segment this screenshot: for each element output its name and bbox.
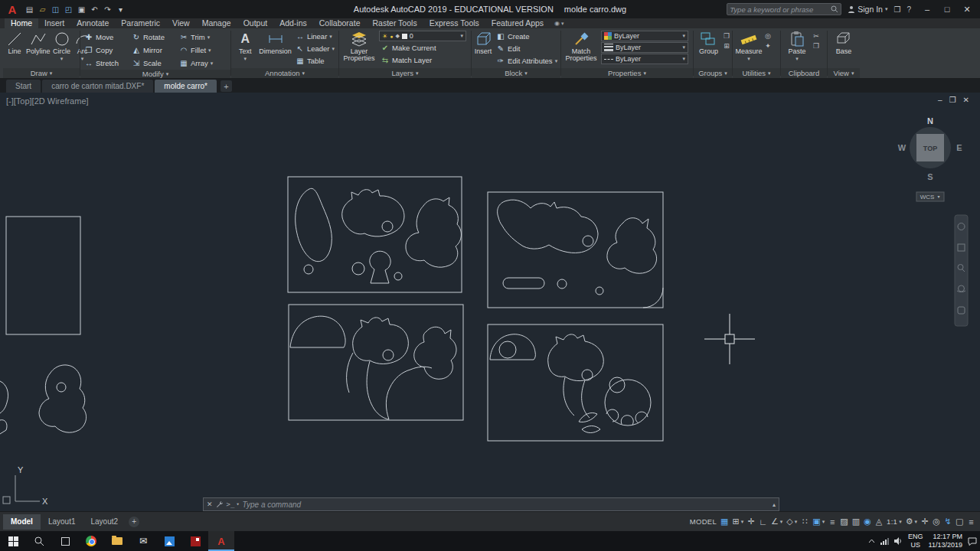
text-button[interactable]: A Text ▾ [234,31,256,62]
rotate-button[interactable]: ↻ Rotate [130,31,178,43]
make-current-button[interactable]: ✔ Make Current [379,42,466,54]
scale-button[interactable]: ⇲ Scale [130,57,178,69]
panel-label-layers[interactable]: Layers ▾ [339,68,471,78]
object-snap-icon[interactable]: ▣ ▾ [811,514,827,530]
dimension-button[interactable]: Dimension [259,31,292,55]
cut-icon[interactable]: ✂ [813,32,819,40]
navigation-bar[interactable] [955,215,968,326]
lineweight-icon[interactable]: ≡ [827,514,838,530]
undo-icon[interactable]: ↶ [89,5,100,14]
annotation-monitor-icon[interactable]: ✛ [920,514,931,530]
view-cube-south[interactable]: S [927,172,933,181]
autodesk-app-store-icon[interactable]: ❐ [893,5,900,14]
taskbar-search-button[interactable] [26,531,52,551]
panel-label-view[interactable]: View ▾ [828,68,860,78]
match-properties-button[interactable]: Match Properties [564,31,599,63]
file-explorer-button[interactable] [104,531,130,551]
isometric-drafting-icon[interactable]: ◇ ▾ [785,514,799,530]
clock[interactable]: 12:17 PM 11/13/2019 [929,533,962,549]
tab-featured-apps[interactable]: Featured Apps [485,18,550,28]
panel-label-utilities[interactable]: Utilities ▾ [733,68,780,78]
isolate-objects-icon[interactable]: ◎ [931,514,942,530]
redo-icon[interactable]: ↷ [102,5,113,14]
table-button[interactable]: ▦ Table [294,55,336,67]
mold-sheet-2[interactable] [488,192,663,308]
tab-annotate[interactable]: Annotate [70,18,115,28]
file-tab-molde-carro[interactable]: molde carro* [155,80,217,93]
viewport-close-icon[interactable]: ✕ [963,96,969,104]
lineweight-select[interactable]: ByLayer ▾ [601,42,688,53]
layer-properties-button[interactable]: Layer Properties [341,31,377,63]
object-snap-tracking-icon[interactable]: ∷ [799,514,811,530]
new-layout-button[interactable]: + [129,517,139,527]
paste-button[interactable]: Paste ▾ [783,31,811,62]
panel-label-block[interactable]: Block ▾ [472,68,560,78]
drawing-geometry[interactable] [0,177,663,441]
leader-button[interactable]: ↖ Leader ▾ [294,43,336,54]
panel-label-groups[interactable]: Groups ▾ [694,68,732,78]
wcs-dropdown[interactable]: WCS ▾ [916,192,944,201]
sign-in-button[interactable]: Sign In ▾ [848,5,887,14]
drawing-canvas[interactable]: Y X TOP N W E S WCS ▾ [0,93,980,511]
selection-cycling-icon[interactable]: ▥ [850,514,861,530]
mold-sheet-3[interactable] [289,305,463,420]
insert-block-button[interactable]: Insert [474,31,492,55]
partial-geometry-left[interactable] [0,217,87,434]
view-cube-west[interactable]: W [898,143,906,152]
panel-label-annotation[interactable]: Annotation ▾ [231,68,338,78]
ungroup-icon[interactable]: ❐ [724,32,730,40]
workspace-switching-icon[interactable]: ⚙ ▾ [903,514,919,530]
task-view-button[interactable] [52,531,78,551]
open-file-icon[interactable]: ▱ [37,5,48,14]
layer-select[interactable]: ☀ ● ◆ 0 ▾ [379,31,466,41]
customization-icon[interactable]: ≡ [965,514,977,530]
new-file-icon[interactable]: ▤ [24,5,35,14]
mold-sheet-4[interactable] [488,324,663,441]
graphics-performance-icon[interactable]: ↯ [942,514,954,530]
viewport-controls[interactable]: [-][Top][2D Wireframe] [6,96,89,106]
customize-icon[interactable] [216,500,224,508]
copy-clip-icon[interactable]: ❐ [813,42,819,50]
linear-button[interactable]: ↔ Linear ▾ [294,31,336,42]
chrome-button[interactable] [78,531,104,551]
transparency-icon[interactable]: ▨ [838,514,850,530]
snap-mode-icon[interactable]: ⊞ ▾ [730,514,746,530]
tab-view[interactable]: View [166,18,196,28]
mail-button[interactable]: ✉ [130,531,156,551]
mirror-button[interactable]: ◭ Mirror [130,44,178,56]
tab-model[interactable]: Model [3,514,41,530]
maximize-button[interactable]: □ [937,5,957,15]
copy-button[interactable]: ❐ Copy [83,44,130,56]
tab-collaborate[interactable]: Collaborate [313,18,367,28]
ribbon-display-toggle[interactable]: ◉ ▾ [550,18,569,28]
new-drawing-tab-button[interactable]: + [220,80,232,92]
array-button[interactable]: ▦ Array ▾ [178,57,225,69]
minimize-button[interactable]: – [917,5,937,15]
autocad-logo[interactable]: A [3,2,21,17]
edit-attributes-button[interactable]: ✑ Edit Attributes ▾ [495,55,559,67]
tab-home[interactable]: Home [5,18,38,28]
model-space-button[interactable]: MODEL [688,514,718,530]
view-cube[interactable]: TOP N W E S WCS ▾ [898,116,962,201]
save-as-icon[interactable]: ◰ [63,5,74,14]
tab-add-ins[interactable]: Add-ins [273,18,313,28]
command-history-icon[interactable]: ▴ [773,501,776,508]
qat-dropdown-icon[interactable]: ▾ [115,5,126,14]
tab-output[interactable]: Output [237,18,274,28]
panel-label-properties[interactable]: Properties ▾ [561,68,693,78]
start-button[interactable] [0,531,26,551]
mold-sheet-1[interactable] [288,177,462,292]
file-tab-start[interactable]: Start [6,80,41,93]
command-close-icon[interactable]: ✕ [207,500,213,508]
tray-chevron-icon[interactable] [868,539,875,543]
stretch-button[interactable]: ↔ Stretch [83,57,130,69]
tab-express-tools[interactable]: Express Tools [423,18,485,28]
panel-label-draw[interactable]: Draw ▾ [3,68,80,78]
view-cube-north[interactable]: N [927,116,933,126]
ortho-mode-icon[interactable]: ∟ [757,514,769,530]
circle-button[interactable]: Circle ▾ [53,31,71,62]
create-block-button[interactable]: ◧ Create [495,31,559,42]
fillet-button[interactable]: ◠ Fillet ▾ [178,44,225,56]
autoscale-icon[interactable]: ◬ [874,514,885,530]
search-icon[interactable] [831,5,838,13]
